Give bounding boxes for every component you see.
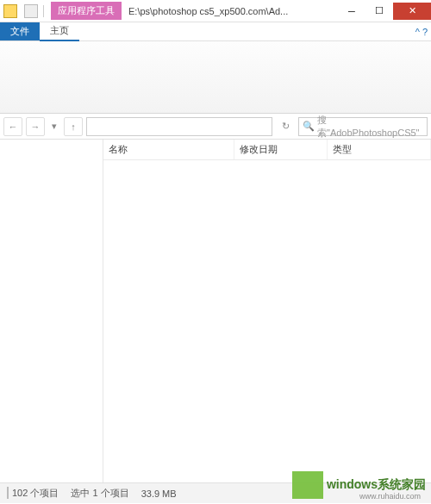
window-title: E:\ps\photoshop cs5_xp500.com\Ad... bbox=[122, 6, 338, 16]
back-button[interactable]: ← bbox=[3, 117, 22, 136]
file-list: 名称 修改日期 类型 bbox=[103, 140, 431, 482]
selection-status: 选中 1 个项目 bbox=[71, 487, 128, 500]
help-button[interactable]: ^ ? bbox=[412, 27, 431, 37]
separator bbox=[43, 5, 44, 17]
context-tab: 应用程序工具 bbox=[51, 2, 122, 20]
search-icon: 🔍 bbox=[303, 121, 315, 132]
item-count: 102 个项目 bbox=[7, 487, 59, 500]
app-icon bbox=[24, 4, 38, 18]
search-placeholder: 搜索"AdobPhotoshopCS5" bbox=[317, 114, 423, 140]
file-rows bbox=[103, 160, 431, 482]
navbar: ← → ▾ ↑ ↻ 🔍 搜索"AdobPhotoshopCS5" bbox=[0, 114, 431, 140]
sidebar bbox=[0, 140, 103, 482]
titlebar: 应用程序工具 E:\ps\photoshop cs5_xp500.com\Ad.… bbox=[0, 0, 431, 22]
search-input[interactable]: 🔍 搜索"AdobPhotoshopCS5" bbox=[298, 117, 428, 136]
close-button[interactable]: ✕ bbox=[393, 3, 431, 20]
col-date[interactable]: 修改日期 bbox=[234, 140, 328, 159]
maximize-button[interactable]: ☐ bbox=[365, 3, 393, 20]
file-tab[interactable]: 文件 bbox=[0, 22, 40, 40]
menu-tab-0[interactable]: 主页 bbox=[40, 22, 79, 41]
recent-button[interactable]: ▾ bbox=[48, 117, 60, 136]
col-name[interactable]: 名称 bbox=[103, 140, 234, 159]
selection-size: 33.9 MB bbox=[141, 488, 177, 499]
col-type[interactable]: 类型 bbox=[328, 140, 431, 159]
refresh-button[interactable]: ↻ bbox=[276, 117, 295, 136]
column-headers: 名称 修改日期 类型 bbox=[103, 140, 431, 160]
folder-icon bbox=[3, 4, 17, 18]
up-button[interactable]: ↑ bbox=[64, 117, 83, 136]
statusbar: 102 个项目 选中 1 个项目 33.9 MB bbox=[0, 482, 431, 503]
minimize-button[interactable]: ─ bbox=[338, 3, 365, 20]
forward-button[interactable]: → bbox=[26, 117, 45, 136]
ribbon bbox=[0, 41, 431, 114]
menubar: 文件 主页 ^ ? bbox=[0, 22, 431, 41]
breadcrumb[interactable] bbox=[86, 117, 272, 136]
body: 名称 修改日期 类型 bbox=[0, 140, 431, 482]
